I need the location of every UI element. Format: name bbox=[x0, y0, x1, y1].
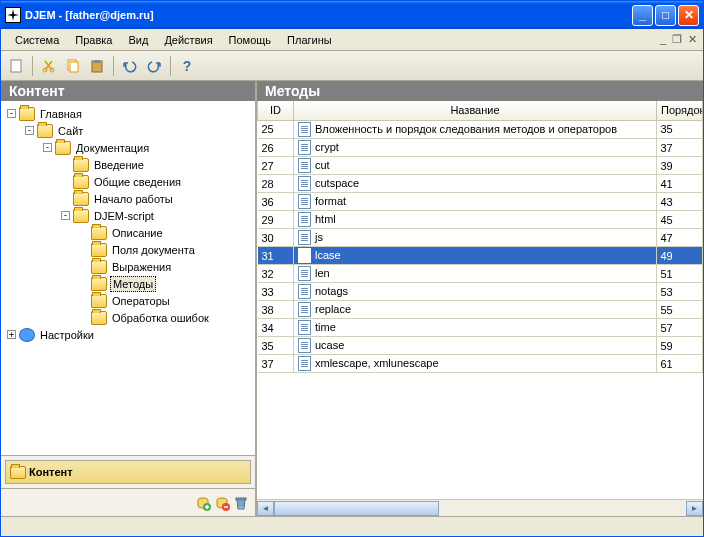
folder-icon bbox=[55, 141, 71, 155]
tree-node-root[interactable]: -Главная bbox=[3, 105, 253, 122]
menu-actions[interactable]: Действия bbox=[156, 32, 220, 48]
table-row[interactable]: 35ucase59 bbox=[258, 337, 703, 355]
document-icon bbox=[298, 266, 311, 281]
db-add-icon[interactable] bbox=[195, 495, 211, 511]
column-header-id[interactable]: ID bbox=[258, 101, 294, 120]
tree-node-expr[interactable]: Выражения bbox=[3, 258, 253, 275]
minimize-button[interactable]: _ bbox=[632, 5, 653, 26]
tree-node-desc[interactable]: Описание bbox=[3, 224, 253, 241]
mdi-close-button[interactable]: ✕ bbox=[688, 33, 697, 46]
table-row[interactable]: 28cutspace41 bbox=[258, 175, 703, 193]
copy-button[interactable] bbox=[62, 55, 84, 77]
document-icon bbox=[298, 248, 311, 263]
tree-node-general[interactable]: Общие сведения bbox=[3, 173, 253, 190]
tree-view[interactable]: -Главная -Сайт -Документация Введение Об… bbox=[1, 101, 255, 455]
folder-icon bbox=[19, 107, 35, 121]
svg-rect-6 bbox=[94, 60, 100, 63]
tree-node-ops[interactable]: Операторы bbox=[3, 292, 253, 309]
cell-id: 38 bbox=[258, 301, 294, 319]
menu-edit[interactable]: Правка bbox=[67, 32, 120, 48]
table-row[interactable]: 37xmlescape, xmlunescape61 bbox=[258, 355, 703, 373]
tree-node-start[interactable]: Начало работы bbox=[3, 190, 253, 207]
content-area: Контент -Главная -Сайт -Документация Вве… bbox=[1, 81, 703, 516]
folder-icon bbox=[91, 294, 107, 308]
table-row[interactable]: 29html45 bbox=[258, 211, 703, 229]
collapse-icon[interactable]: - bbox=[43, 143, 52, 152]
menu-system[interactable]: Система bbox=[7, 32, 67, 48]
document-icon bbox=[298, 338, 311, 353]
nav-panel-content[interactable]: Контент bbox=[5, 460, 251, 484]
menu-view[interactable]: Вид bbox=[120, 32, 156, 48]
table-row[interactable]: 34time57 bbox=[258, 319, 703, 337]
scroll-right-icon[interactable]: ► bbox=[686, 501, 703, 516]
tree-node-errors[interactable]: Обработка ошибок bbox=[3, 309, 253, 326]
document-icon bbox=[298, 230, 311, 245]
trash-icon[interactable] bbox=[233, 495, 249, 511]
help-button[interactable]: ? bbox=[176, 55, 198, 77]
cell-order: 41 bbox=[657, 175, 703, 193]
table-row[interactable]: 30js47 bbox=[258, 229, 703, 247]
tree-node-script[interactable]: -DJEM-script bbox=[3, 207, 253, 224]
maximize-button[interactable]: □ bbox=[655, 5, 676, 26]
table-row[interactable]: 32len51 bbox=[258, 265, 703, 283]
column-header-name[interactable]: Название bbox=[294, 101, 657, 120]
new-button[interactable] bbox=[5, 55, 27, 77]
document-icon bbox=[298, 194, 311, 209]
tree-node-settings[interactable]: +Настройки bbox=[3, 326, 253, 343]
data-table-container[interactable]: ID Название Порядок 25Вложенность и поря… bbox=[257, 101, 703, 499]
table-row[interactable]: 38replace55 bbox=[258, 301, 703, 319]
table-row[interactable]: 25Вложенность и порядок следования метод… bbox=[258, 120, 703, 139]
collapse-icon[interactable]: - bbox=[7, 109, 16, 118]
document-icon bbox=[298, 356, 311, 371]
svg-rect-4 bbox=[70, 62, 78, 72]
nav-panel-label: Контент bbox=[29, 466, 73, 478]
tree-node-site[interactable]: -Сайт bbox=[3, 122, 253, 139]
cell-order: 53 bbox=[657, 283, 703, 301]
svg-rect-0 bbox=[11, 60, 21, 72]
column-header-order[interactable]: Порядок bbox=[657, 101, 703, 120]
cell-name: crypt bbox=[294, 139, 657, 157]
tree-node-methods[interactable]: Методы bbox=[3, 275, 253, 292]
mdi-minimize-button[interactable]: _ bbox=[660, 33, 666, 46]
folder-icon bbox=[73, 175, 89, 189]
scroll-left-icon[interactable]: ◄ bbox=[257, 501, 274, 516]
toolbar: ? bbox=[1, 51, 703, 81]
gear-icon bbox=[19, 328, 35, 342]
document-icon bbox=[298, 320, 311, 335]
window-title: DJEM - [father@djem.ru] bbox=[25, 9, 632, 21]
cut-button[interactable] bbox=[38, 55, 60, 77]
folder-icon bbox=[10, 466, 26, 479]
menu-help[interactable]: Помощь bbox=[221, 32, 280, 48]
menu-plugins[interactable]: Плагины bbox=[279, 32, 340, 48]
folder-icon bbox=[91, 243, 107, 257]
cell-order: 35 bbox=[657, 120, 703, 139]
right-pane-header: Методы bbox=[257, 81, 703, 101]
table-row[interactable]: 31lcase49 bbox=[258, 247, 703, 265]
tree-node-intro[interactable]: Введение bbox=[3, 156, 253, 173]
mdi-restore-button[interactable]: ❐ bbox=[672, 33, 682, 46]
paste-button[interactable] bbox=[86, 55, 108, 77]
table-row[interactable]: 36format43 bbox=[258, 193, 703, 211]
table-row[interactable]: 27cut39 bbox=[258, 157, 703, 175]
collapse-icon[interactable]: - bbox=[61, 211, 70, 220]
horizontal-scrollbar[interactable]: ◄ ► bbox=[257, 499, 703, 516]
titlebar[interactable]: DJEM - [father@djem.ru] _ □ ✕ bbox=[1, 1, 703, 29]
scroll-track[interactable] bbox=[274, 501, 686, 516]
cell-name: notags bbox=[294, 283, 657, 301]
cell-order: 49 bbox=[657, 247, 703, 265]
collapse-icon[interactable]: - bbox=[25, 126, 34, 135]
cell-name: time bbox=[294, 319, 657, 337]
redo-button[interactable] bbox=[143, 55, 165, 77]
db-remove-icon[interactable] bbox=[214, 495, 230, 511]
close-button[interactable]: ✕ bbox=[678, 5, 699, 26]
table-row[interactable]: 26crypt37 bbox=[258, 139, 703, 157]
folder-icon bbox=[91, 277, 107, 291]
undo-button[interactable] bbox=[119, 55, 141, 77]
tree-node-fields[interactable]: Поля документа bbox=[3, 241, 253, 258]
scroll-thumb[interactable] bbox=[274, 501, 439, 516]
cell-name: xmlescape, xmlunescape bbox=[294, 355, 657, 373]
folder-icon bbox=[91, 260, 107, 274]
table-row[interactable]: 33notags53 bbox=[258, 283, 703, 301]
expand-icon[interactable]: + bbox=[7, 330, 16, 339]
tree-node-docs[interactable]: -Документация bbox=[3, 139, 253, 156]
